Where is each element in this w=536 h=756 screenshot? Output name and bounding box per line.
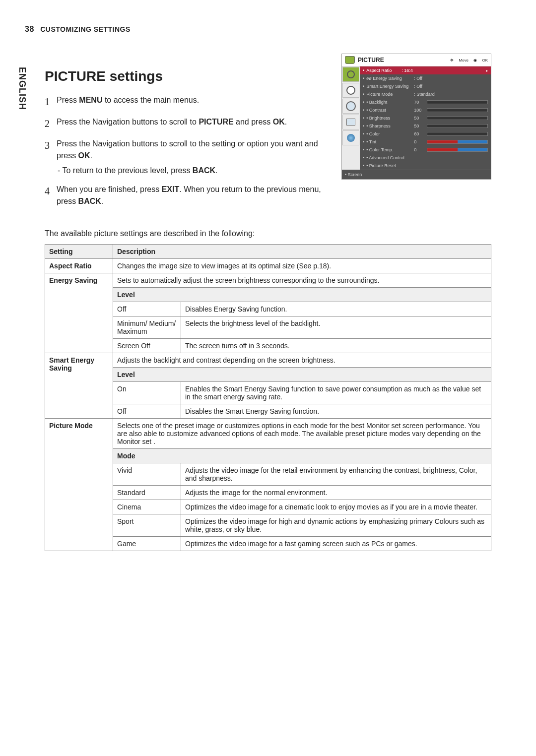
osd-value: 100 bbox=[414, 108, 427, 113]
osd-slider[interactable] bbox=[427, 132, 488, 136]
th-description: Description bbox=[113, 245, 491, 259]
steps-list: 1Press MENU to access the main menus.2Pr… bbox=[45, 94, 328, 207]
setting-desc: Changes the image size to view images at… bbox=[113, 259, 491, 273]
osd-label: • Advanced Control bbox=[366, 155, 414, 160]
page-number: 38 bbox=[25, 25, 34, 33]
osd-label: Smart Energy Saving bbox=[366, 84, 414, 89]
level-key: Minimum/ Medium/ Maximum bbox=[113, 316, 181, 339]
page-title: PICTURE settings bbox=[45, 68, 328, 84]
step-item: 4When you are finished, press EXIT. When… bbox=[45, 184, 328, 207]
level-key: Screen Off bbox=[113, 339, 181, 353]
osd-row[interactable]: •eø Energy Saving: Off bbox=[360, 74, 491, 82]
language-tab: ENGLISH bbox=[17, 67, 27, 110]
header-section: CUSTOMIZING SETTINGS bbox=[40, 25, 131, 33]
osd-value: 0 bbox=[414, 147, 427, 152]
osd-sidebar bbox=[342, 66, 360, 170]
osd-slider[interactable] bbox=[427, 116, 488, 120]
step-item: 1Press MENU to access the main menus. bbox=[45, 94, 328, 109]
level-header: Level bbox=[113, 288, 491, 302]
setting-desc: Selects one of the preset image or custo… bbox=[113, 419, 491, 449]
osd-slider[interactable] bbox=[427, 100, 488, 104]
mode-header: Mode bbox=[113, 449, 491, 463]
selected-label: Aspect Ratio bbox=[366, 68, 392, 73]
level-desc: Optimizes the video image for a fast gam… bbox=[181, 537, 491, 551]
level-key: On bbox=[113, 382, 181, 404]
osd-balance-slider[interactable] bbox=[427, 148, 488, 152]
settings-table: Setting Description Aspect RatioChanges … bbox=[45, 244, 491, 551]
osd-hints: ✥ Move ◉ OK bbox=[446, 58, 488, 63]
osd-panel: PICTURE ✥ Move ◉ OK • bbox=[341, 54, 491, 180]
step-number: 1 bbox=[45, 94, 57, 109]
osd-footer: • Screen bbox=[342, 170, 491, 179]
osd-label: • Sharpness bbox=[366, 124, 414, 128]
chevron-right-icon: ▸ bbox=[486, 68, 488, 73]
osd-row[interactable]: •Smart Energy Saving: Off bbox=[360, 82, 491, 90]
th-setting: Setting bbox=[45, 245, 113, 259]
osd-balance-slider[interactable] bbox=[427, 140, 488, 144]
level-key: Vivid bbox=[113, 463, 181, 486]
setting-name: Energy Saving bbox=[45, 273, 113, 353]
level-key: Cinema bbox=[113, 500, 181, 514]
level-header: Level bbox=[113, 368, 491, 382]
level-desc: The screen turns off in 3 seconds. bbox=[181, 339, 491, 353]
osd-row[interactable]: •• Advanced Control bbox=[360, 154, 491, 162]
nav-icon: ✥ bbox=[450, 58, 454, 63]
osd-slider[interactable] bbox=[427, 108, 488, 112]
step-text: Press the Navigation buttons to scroll t… bbox=[57, 116, 328, 131]
osd-row[interactable]: •• Picture Reset bbox=[360, 162, 491, 170]
step-number: 4 bbox=[45, 184, 57, 207]
level-desc: Adjusts the video image for the retail e… bbox=[181, 463, 491, 486]
osd-header: PICTURE ✥ Move ◉ OK bbox=[342, 54, 491, 66]
osd-row[interactable]: •• Color60 bbox=[360, 130, 491, 138]
osd-footer-text: Screen bbox=[348, 172, 362, 177]
osd-label: • Tint bbox=[366, 139, 414, 144]
osd-row[interactable]: •• Brightness50 bbox=[360, 114, 491, 122]
level-desc: Enables the Smart Energy Saving function… bbox=[181, 382, 491, 404]
osd-row[interactable]: •• Tint0 bbox=[360, 138, 491, 146]
osd-label: eø Energy Saving bbox=[366, 76, 414, 81]
level-desc: Disables the Smart Energy Saving functio… bbox=[181, 404, 491, 419]
setting-name: Picture Mode bbox=[45, 419, 113, 551]
osd-row[interactable]: •• Backlight70 bbox=[360, 98, 491, 106]
osd-selected-row[interactable]: • Aspect Ratio : 16:4 ▸ bbox=[360, 66, 491, 74]
osd-value: 70 bbox=[414, 100, 427, 105]
osd-title: PICTURE bbox=[358, 57, 384, 63]
osd-label: • Picture Reset bbox=[366, 163, 414, 168]
step-text: When you are finished, press EXIT. When … bbox=[57, 184, 328, 207]
category-icon-2[interactable] bbox=[342, 83, 359, 98]
osd-row[interactable]: •• Contrast100 bbox=[360, 106, 491, 114]
osd-label: • Color bbox=[366, 131, 414, 136]
step-number: 2 bbox=[45, 116, 57, 131]
selected-value: : 16:4 bbox=[402, 68, 413, 73]
ok-hint: OK bbox=[482, 58, 488, 63]
step-number: 3 bbox=[45, 138, 57, 177]
osd-row[interactable]: •• Sharpness50 bbox=[360, 122, 491, 130]
level-desc: Optimizes the video image for high and d… bbox=[181, 514, 491, 537]
osd-row[interactable]: •Picture Mode: Standard bbox=[360, 90, 491, 98]
setting-desc: Sets to automatically adjust the screen … bbox=[113, 273, 491, 288]
level-key: Sport bbox=[113, 514, 181, 537]
osd-value: 50 bbox=[414, 124, 427, 128]
monitor-icon bbox=[345, 56, 355, 64]
osd-label: • Color Temp. bbox=[366, 147, 414, 152]
osd-value: : Standard bbox=[414, 92, 435, 97]
osd-label: • Contrast bbox=[366, 108, 414, 113]
osd-settings-area: • Aspect Ratio : 16:4 ▸ •eø Energy Savin… bbox=[360, 66, 491, 170]
intro-text: The available picture settings are descr… bbox=[45, 229, 491, 238]
picture-category-icon[interactable] bbox=[342, 67, 359, 82]
osd-slider[interactable] bbox=[427, 124, 488, 128]
level-key: Standard bbox=[113, 486, 181, 500]
ok-icon: ◉ bbox=[473, 58, 477, 63]
category-icon-4[interactable] bbox=[342, 115, 359, 129]
osd-row[interactable]: •• Color Temp.0 bbox=[360, 146, 491, 154]
osd-label: • Backlight bbox=[366, 100, 414, 105]
level-key: Off bbox=[113, 302, 181, 316]
category-icon-5[interactable] bbox=[342, 130, 359, 145]
category-icon-3[interactable] bbox=[342, 99, 359, 114]
osd-value: : Off bbox=[414, 76, 422, 81]
level-desc: Optimizes the video image for a cinemati… bbox=[181, 500, 491, 514]
level-desc: Adjusts the image for the normal environ… bbox=[181, 486, 491, 500]
osd-label: • Brightness bbox=[366, 116, 414, 121]
step-item: 3Press the Navigation buttons to scroll … bbox=[45, 138, 328, 177]
level-key: Game bbox=[113, 537, 181, 551]
